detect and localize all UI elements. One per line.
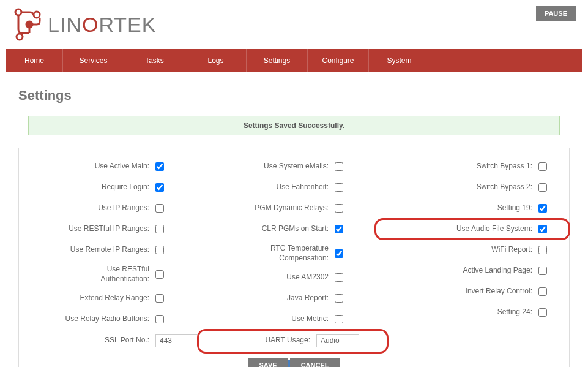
label-active-landing-page: Active Landing Page: <box>463 266 532 276</box>
chk-use-metric[interactable] <box>335 315 343 323</box>
label-use-metric: Use Metric: <box>291 314 329 324</box>
chk-setting-24[interactable] <box>538 308 547 317</box>
label-use-system-emails: Use System eMails: <box>264 162 329 172</box>
chk-use-system-emails[interactable] <box>335 162 343 171</box>
chk-switch-bypass-1[interactable] <box>538 162 547 171</box>
chk-use-restful-ip-ranges[interactable] <box>155 225 164 233</box>
cancel-button[interactable]: CANCEL <box>290 358 340 367</box>
chk-extend-relay-range[interactable] <box>155 294 164 303</box>
settings-col-2: Use System eMails: Use Fahrenheit: PGM D… <box>204 161 384 347</box>
label-switch-bypass-1: Switch Bypass 1: <box>477 162 532 172</box>
label-use-relay-radio: Use Relay Radio Buttons: <box>65 314 149 324</box>
nav-tasks[interactable]: Tasks <box>124 49 185 72</box>
svg-point-2 <box>17 34 23 40</box>
label-setting-24: Setting 24: <box>497 308 532 317</box>
logo-text: LINORTEK <box>48 13 156 37</box>
settings-panel: Use Active Main: Require Login: Use IP R… <box>18 148 570 367</box>
chk-use-remote-ip-ranges[interactable] <box>155 246 164 254</box>
label-use-remote-ip-ranges: Use Remote IP Ranges: <box>70 245 149 255</box>
settings-col-1: Use Active Main: Require Login: Use IP R… <box>25 161 204 347</box>
chk-java-report[interactable] <box>335 294 343 303</box>
chk-use-fahrenheit[interactable] <box>335 183 343 192</box>
pause-button[interactable]: PAUSE <box>536 6 576 21</box>
label-use-restful-auth: Use RESTful Authentication: <box>58 265 149 284</box>
chk-invert-relay-control[interactable] <box>538 287 547 296</box>
chk-rtc-temp-comp[interactable] <box>335 249 343 258</box>
input-uart-usage[interactable] <box>316 334 359 347</box>
nav-home[interactable]: Home <box>6 49 63 72</box>
label-rtc-temp-comp: RTC Temperature Compensation: <box>237 244 329 263</box>
use-audio-fs-row: Use Audio File System: <box>384 223 563 235</box>
label-use-active-main: Use Active Main: <box>95 162 149 172</box>
label-uart-usage: UART Usage: <box>265 336 310 346</box>
label-use-restful-ip-ranges: Use RESTful IP Ranges: <box>69 224 149 234</box>
chk-use-restful-auth[interactable] <box>155 270 164 279</box>
nav-configure[interactable]: Configure <box>308 49 369 72</box>
chk-use-relay-radio[interactable] <box>155 315 164 323</box>
chk-pgm-dynamic-relays[interactable] <box>335 204 343 213</box>
label-java-report: Java Report: <box>287 293 329 303</box>
label-use-audio-fs: Use Audio File System: <box>456 224 532 234</box>
chk-use-am2302[interactable] <box>335 273 343 282</box>
label-clr-pgms-on-start: CLR PGMs on Start: <box>262 224 329 234</box>
chk-require-login[interactable] <box>155 183 164 192</box>
svg-point-0 <box>15 9 21 15</box>
logo: LINORTEK <box>12 6 156 43</box>
chk-switch-bypass-2[interactable] <box>538 183 547 192</box>
nav-logs[interactable]: Logs <box>185 49 247 72</box>
label-require-login: Require Login: <box>102 183 149 192</box>
svg-point-3 <box>26 21 32 28</box>
chk-active-landing-page[interactable] <box>538 267 547 275</box>
logo-icon <box>12 6 42 43</box>
uart-usage-row: UART Usage: <box>204 334 384 347</box>
chk-clr-pgms-on-start[interactable] <box>335 225 343 233</box>
label-use-fahrenheit: Use Fahrenheit: <box>277 183 329 192</box>
label-use-ip-ranges: Use IP Ranges: <box>98 203 149 213</box>
chk-use-ip-ranges[interactable] <box>155 204 164 213</box>
nav-settings[interactable]: Settings <box>247 49 308 72</box>
settings-col-3: Switch Bypass 1: Switch Bypass 2: Settin… <box>384 161 563 347</box>
label-ssl-port: SSL Port No.: <box>105 336 149 346</box>
nav-system[interactable]: System <box>369 49 430 72</box>
save-button[interactable]: SAVE <box>248 358 288 367</box>
chk-setting-19[interactable] <box>538 204 547 213</box>
success-banner: Settings Saved Successfully. <box>28 116 560 135</box>
label-wifi-report: WiFi Report: <box>491 245 532 255</box>
svg-point-1 <box>34 12 40 18</box>
label-extend-relay-range: Extend Relay Range: <box>80 293 149 303</box>
page-title: Settings <box>18 88 588 104</box>
label-switch-bypass-2: Switch Bypass 2: <box>477 183 532 192</box>
label-pgm-dynamic-relays: PGM Dynamic Relays: <box>255 203 329 213</box>
label-invert-relay-control: Invert Relay Control: <box>466 287 532 297</box>
input-ssl-port[interactable] <box>155 334 198 347</box>
chk-use-active-main[interactable] <box>155 162 164 171</box>
chk-use-audio-fs[interactable] <box>538 225 547 233</box>
nav-services[interactable]: Services <box>63 49 124 72</box>
chk-wifi-report[interactable] <box>538 246 547 254</box>
label-use-am2302: Use AM2302 <box>286 273 329 282</box>
label-setting-19: Setting 19: <box>497 203 532 213</box>
main-nav: Home Services Tasks Logs Settings Config… <box>6 49 582 72</box>
